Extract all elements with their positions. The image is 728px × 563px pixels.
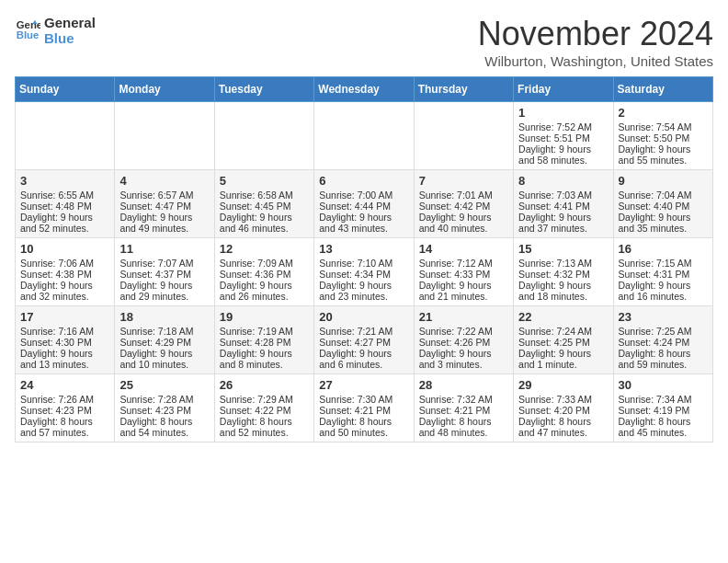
calendar-cell: [414, 102, 513, 170]
day-number: 25: [119, 378, 209, 392]
day-detail: Sunset: 4:44 PM: [319, 201, 408, 212]
day-detail: Daylight: 8 hours and 50 minutes.: [319, 416, 408, 438]
day-number: 7: [419, 174, 508, 188]
day-detail: Sunset: 4:40 PM: [619, 201, 708, 212]
location: Wilburton, Washington, United States: [478, 53, 713, 69]
day-detail: Daylight: 9 hours and 6 minutes.: [319, 348, 408, 370]
day-detail: Daylight: 9 hours and 46 minutes.: [220, 212, 309, 234]
day-detail: Daylight: 9 hours and 55 minutes.: [619, 144, 708, 166]
day-detail: Sunrise: 7:26 AM: [20, 394, 109, 405]
day-detail: Sunset: 4:37 PM: [119, 269, 209, 280]
day-number: 13: [319, 242, 408, 256]
calendar-cell: 12Sunrise: 7:09 AMSunset: 4:36 PMDayligh…: [214, 238, 313, 306]
calendar-cell: 18Sunrise: 7:18 AMSunset: 4:29 PMDayligh…: [115, 306, 214, 374]
calendar-cell: 22Sunrise: 7:24 AMSunset: 4:25 PMDayligh…: [514, 306, 613, 374]
calendar-cell: 13Sunrise: 7:10 AMSunset: 4:34 PMDayligh…: [314, 238, 414, 306]
day-detail: Daylight: 9 hours and 13 minutes.: [20, 348, 109, 370]
day-detail: Sunrise: 7:30 AM: [319, 394, 408, 405]
calendar-cell: 30Sunrise: 7:34 AMSunset: 4:19 PMDayligh…: [613, 374, 712, 442]
day-number: 29: [518, 378, 608, 392]
day-detail: Sunrise: 7:13 AM: [518, 258, 608, 269]
day-detail: Daylight: 8 hours and 52 minutes.: [220, 416, 309, 438]
day-detail: Daylight: 9 hours and 52 minutes.: [20, 212, 109, 234]
day-number: 11: [119, 242, 209, 256]
day-number: 14: [419, 242, 508, 256]
day-detail: Daylight: 9 hours and 10 minutes.: [119, 348, 209, 370]
calendar-cell: 29Sunrise: 7:33 AMSunset: 4:20 PMDayligh…: [514, 374, 613, 442]
weekday-header-thursday: Thursday: [414, 77, 513, 102]
day-detail: Daylight: 8 hours and 45 minutes.: [619, 416, 708, 438]
day-number: 19: [220, 310, 309, 324]
day-detail: Sunset: 4:47 PM: [119, 201, 209, 212]
day-detail: Sunrise: 6:57 AM: [119, 190, 209, 201]
day-detail: Sunrise: 7:07 AM: [119, 258, 209, 269]
day-detail: Sunset: 4:33 PM: [419, 269, 508, 280]
day-detail: Sunset: 5:51 PM: [518, 132, 608, 144]
calendar-row-1: 3Sunrise: 6:55 AMSunset: 4:48 PMDaylight…: [16, 170, 713, 238]
calendar-cell: 9Sunrise: 7:04 AMSunset: 4:40 PMDaylight…: [613, 170, 712, 238]
day-detail: Sunset: 4:22 PM: [220, 405, 309, 416]
day-detail: Sunset: 4:34 PM: [319, 269, 408, 280]
calendar-cell: 8Sunrise: 7:03 AMSunset: 4:41 PMDaylight…: [514, 170, 613, 238]
day-detail: Sunrise: 7:52 AM: [518, 121, 608, 132]
day-detail: Daylight: 9 hours and 21 minutes.: [419, 280, 508, 302]
day-detail: Daylight: 8 hours and 47 minutes.: [518, 416, 608, 438]
calendar-cell: 2Sunrise: 7:54 AMSunset: 5:50 PMDaylight…: [613, 102, 712, 170]
day-detail: Daylight: 9 hours and 32 minutes.: [20, 280, 109, 302]
day-detail: Sunset: 4:26 PM: [419, 337, 508, 348]
calendar-cell: [115, 102, 214, 170]
day-detail: Daylight: 9 hours and 49 minutes.: [119, 212, 209, 234]
day-detail: Sunrise: 7:21 AM: [319, 326, 408, 337]
day-detail: Daylight: 9 hours and 1 minute.: [518, 348, 608, 370]
calendar-cell: [214, 102, 313, 170]
day-number: 8: [518, 174, 608, 188]
day-number: 15: [518, 242, 608, 256]
day-detail: Sunset: 4:41 PM: [518, 201, 608, 212]
day-detail: Sunrise: 7:19 AM: [220, 326, 309, 337]
calendar-cell: 26Sunrise: 7:29 AMSunset: 4:22 PMDayligh…: [214, 374, 313, 442]
day-detail: Sunset: 4:42 PM: [419, 201, 508, 212]
day-number: 16: [619, 242, 708, 256]
calendar-cell: 6Sunrise: 7:00 AMSunset: 4:44 PMDaylight…: [314, 170, 414, 238]
day-number: 18: [119, 310, 209, 324]
month-title: November 2024: [478, 15, 713, 53]
day-detail: Daylight: 8 hours and 59 minutes.: [619, 348, 708, 370]
day-number: 28: [419, 378, 508, 392]
day-number: 4: [119, 174, 209, 188]
day-detail: Daylight: 9 hours and 23 minutes.: [319, 280, 408, 302]
calendar-cell: 10Sunrise: 7:06 AMSunset: 4:38 PMDayligh…: [16, 238, 115, 306]
day-number: 10: [20, 242, 109, 256]
calendar-cell: 21Sunrise: 7:22 AMSunset: 4:26 PMDayligh…: [414, 306, 513, 374]
day-detail: Sunset: 4:20 PM: [518, 405, 608, 416]
day-detail: Sunrise: 7:24 AM: [518, 326, 608, 337]
day-number: 24: [20, 378, 109, 392]
weekday-header-monday: Monday: [115, 77, 214, 102]
day-detail: Sunrise: 7:18 AM: [119, 326, 209, 337]
day-detail: Sunrise: 7:00 AM: [319, 190, 408, 201]
calendar-cell: 24Sunrise: 7:26 AMSunset: 4:23 PMDayligh…: [16, 374, 115, 442]
day-detail: Daylight: 9 hours and 58 minutes.: [518, 144, 608, 166]
weekday-header-tuesday: Tuesday: [214, 77, 313, 102]
day-detail: Sunrise: 7:28 AM: [119, 394, 209, 405]
day-detail: Sunset: 4:48 PM: [20, 201, 109, 212]
day-detail: Daylight: 9 hours and 29 minutes.: [119, 280, 209, 302]
day-detail: Sunrise: 7:32 AM: [419, 394, 508, 405]
day-detail: Sunset: 4:28 PM: [220, 337, 309, 348]
weekday-header-saturday: Saturday: [613, 77, 712, 102]
day-number: 30: [619, 378, 708, 392]
calendar-cell: [16, 102, 115, 170]
weekday-header-wednesday: Wednesday: [314, 77, 414, 102]
day-detail: Sunset: 4:38 PM: [20, 269, 109, 280]
day-number: 17: [20, 310, 109, 324]
day-detail: Sunrise: 7:33 AM: [518, 394, 608, 405]
day-detail: Sunset: 4:36 PM: [220, 269, 309, 280]
day-detail: Sunset: 4:29 PM: [119, 337, 209, 348]
day-detail: Sunset: 4:25 PM: [518, 337, 608, 348]
day-detail: Sunset: 4:30 PM: [20, 337, 109, 348]
day-detail: Sunrise: 6:58 AM: [220, 190, 309, 201]
weekday-header-friday: Friday: [514, 77, 613, 102]
day-detail: Sunset: 4:21 PM: [319, 405, 408, 416]
day-number: 23: [619, 310, 708, 324]
day-detail: Sunset: 4:19 PM: [619, 405, 708, 416]
day-number: 3: [20, 174, 109, 188]
